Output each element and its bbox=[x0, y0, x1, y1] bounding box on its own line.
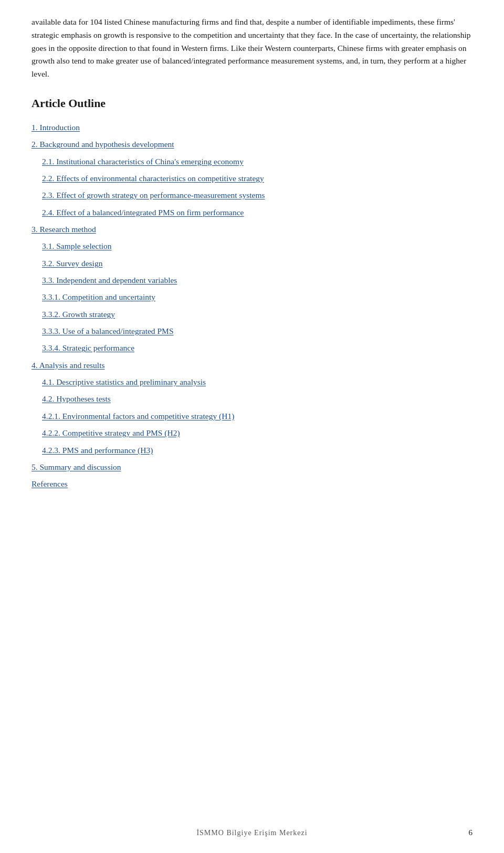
outline-link-item-4[interactable]: 4. Analysis and results bbox=[32, 361, 105, 370]
outline-link-item-3-3-1[interactable]: 3.3.1. Competition and uncertainty bbox=[42, 292, 155, 301]
outline-item-item-3-3-2: 3.3.2. Growth strategy bbox=[32, 308, 472, 321]
outline-link-item-4-2-1[interactable]: 4.2.1. Environmental factors and competi… bbox=[42, 412, 234, 420]
outline-item-item-3: 3. Research method bbox=[32, 223, 472, 236]
outline-link-item-2[interactable]: 2. Background and hypothesis development bbox=[32, 140, 174, 149]
outline-item-item-4-2: 4.2. Hypotheses tests bbox=[32, 392, 472, 406]
outline-item-item-4: 4. Analysis and results bbox=[32, 359, 472, 372]
outline-item-item-1: 1. Introduction bbox=[32, 121, 472, 134]
outline-item-item-4-2-3: 4.2.3. PMS and performance (H3) bbox=[32, 444, 472, 457]
outline-list: 1. Introduction2. Background and hypothe… bbox=[32, 121, 472, 491]
page-number: 6 bbox=[469, 828, 473, 837]
outline-item-item-2-3: 2.3. Effect of growth strategy on perfor… bbox=[32, 188, 472, 202]
outline-item-item-4-2-2: 4.2.2. Competitive strategy and PMS (H2) bbox=[32, 426, 472, 440]
outline-link-item-3-1[interactable]: 3.1. Sample selection bbox=[42, 241, 112, 250]
outline-link-item-ref[interactable]: References bbox=[32, 479, 68, 488]
outline-item-item-3-3: 3.3. Independent and dependent variables bbox=[32, 273, 472, 287]
outline-link-item-3-3-2[interactable]: 3.3.2. Growth strategy bbox=[42, 310, 115, 319]
intro-paragraph: available data for 104 listed Chinese ma… bbox=[32, 16, 472, 81]
outline-link-item-3-2[interactable]: 3.2. Survey design bbox=[42, 259, 102, 268]
outline-link-item-2-2[interactable]: 2.2. Effects of environmental characteri… bbox=[42, 174, 264, 183]
outline-link-item-4-2-2[interactable]: 4.2.2. Competitive strategy and PMS (H2) bbox=[42, 428, 180, 437]
outline-item-item-2-4: 2.4. Effect of a balanced/integrated PMS… bbox=[32, 206, 472, 219]
outline-item-item-2: 2. Background and hypothesis development bbox=[32, 138, 472, 151]
outline-link-item-2-3[interactable]: 2.3. Effect of growth strategy on perfor… bbox=[42, 191, 265, 199]
outline-link-item-2-1[interactable]: 2.1. Institutional characteristics of Ch… bbox=[42, 157, 244, 166]
outline-item-item-3-3-1: 3.3.1. Competition and uncertainty bbox=[32, 290, 472, 304]
outline-item-item-3-1: 3.1. Sample selection bbox=[32, 239, 472, 253]
outline-item-item-3-3-3: 3.3.3. Use of a balanced/integrated PMS bbox=[32, 324, 472, 338]
outline-item-item-3-3-4: 3.3.4. Strategic performance bbox=[32, 341, 472, 355]
outline-item-item-4-2-1: 4.2.1. Environmental factors and competi… bbox=[32, 409, 472, 423]
outline-link-item-4-2[interactable]: 4.2. Hypotheses tests bbox=[42, 394, 111, 403]
outline-link-item-4-1[interactable]: 4.1. Descriptive statistics and prelimin… bbox=[42, 377, 206, 386]
outline-link-item-2-4[interactable]: 2.4. Effect of a balanced/integrated PMS… bbox=[42, 208, 244, 217]
footer-text: İSMMO Bilgiye Erişim Merkezi bbox=[196, 829, 307, 837]
outline-link-item-3-3[interactable]: 3.3. Independent and dependent variables bbox=[42, 276, 177, 285]
outline-item-item-4-1: 4.1. Descriptive statistics and prelimin… bbox=[32, 375, 472, 389]
outline-link-item-3-3-3[interactable]: 3.3.3. Use of a balanced/integrated PMS bbox=[42, 327, 174, 335]
outline-item-item-5: 5. Summary and discussion bbox=[32, 460, 472, 474]
outline-link-item-4-2-3[interactable]: 4.2.3. PMS and performance (H3) bbox=[42, 446, 153, 455]
outline-link-item-3[interactable]: 3. Research method bbox=[32, 225, 96, 234]
outline-item-item-2-2: 2.2. Effects of environmental characteri… bbox=[32, 172, 472, 185]
outline-item-item-2-1: 2.1. Institutional characteristics of Ch… bbox=[32, 155, 472, 169]
outline-link-item-1[interactable]: 1. Introduction bbox=[32, 123, 80, 132]
article-outline-heading: Article Outline bbox=[32, 97, 472, 110]
outline-item-item-ref: References bbox=[32, 477, 472, 491]
outline-link-item-3-3-4[interactable]: 3.3.4. Strategic performance bbox=[42, 343, 134, 352]
outline-link-item-5[interactable]: 5. Summary and discussion bbox=[32, 462, 121, 471]
outline-item-item-3-2: 3.2. Survey design bbox=[32, 257, 472, 270]
